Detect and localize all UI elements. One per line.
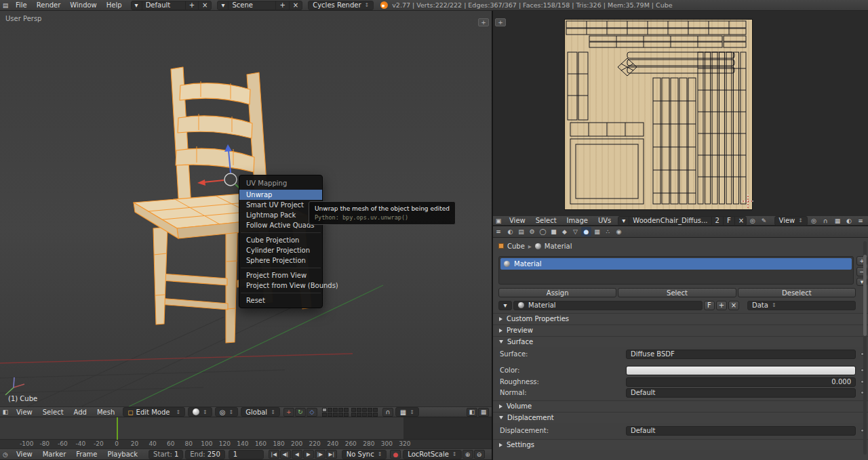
select-button[interactable]: Select: [618, 288, 736, 297]
layers-widget[interactable]: [322, 408, 349, 417]
breadcrumb-material[interactable]: Material: [545, 243, 572, 250]
3d-viewport[interactable]: User Persp (1) Cube + UV Mapping Unwrap …: [0, 11, 492, 406]
panel-custom-properties[interactable]: Custom Properties: [493, 313, 868, 324]
timeline-menu-view[interactable]: View: [12, 451, 37, 458]
tab-particles-icon[interactable]: ∴: [603, 227, 613, 236]
uv-snap-icon[interactable]: ∩: [820, 216, 831, 225]
roughness-slider[interactable]: 0.000: [626, 377, 856, 387]
uv-display-icon[interactable]: ◐: [844, 216, 854, 225]
area-corner-widget[interactable]: +: [478, 18, 489, 26]
layers-widget-2[interactable]: [351, 408, 378, 417]
data-link-dropdown[interactable]: Data: [747, 301, 856, 310]
timeline-editor[interactable]: -100-80-60-40-20020406080100120140160180…: [0, 417, 492, 460]
opengl-render-icon[interactable]: ◧: [467, 408, 477, 417]
tab-physics-icon[interactable]: ◉: [614, 227, 624, 236]
menu-item-reset[interactable]: Reset: [239, 295, 322, 306]
menu-render[interactable]: Render: [32, 1, 66, 9]
tab-material-icon[interactable]: ●: [581, 227, 591, 236]
area-corner-widget[interactable]: +: [495, 18, 506, 26]
material-slot-row[interactable]: Material: [500, 258, 852, 270]
play-reverse-button[interactable]: ◀: [292, 450, 302, 459]
panel-volume[interactable]: Volume: [493, 400, 868, 411]
material-unlink-button[interactable]: ×: [728, 301, 739, 310]
screen-browse-icon[interactable]: ▾: [132, 1, 142, 9]
tab-modifiers-icon[interactable]: ◆: [559, 227, 570, 236]
keying-set-dropdown[interactable]: LocRotScale: [403, 450, 461, 459]
assign-button[interactable]: Assign: [498, 288, 616, 297]
scrollbar-thumb[interactable]: [863, 255, 867, 336]
menu-help[interactable]: Help: [102, 1, 127, 9]
timeline-ruler[interactable]: -100-80-60-40-20020406080100120140160180…: [0, 439, 492, 448]
image-users-count[interactable]: 2: [712, 217, 724, 225]
jump-to-start-button[interactable]: |◀: [269, 450, 279, 459]
uv-options-icon[interactable]: ≡: [855, 216, 866, 225]
viewport-menu-view[interactable]: View: [12, 409, 37, 416]
scene-add-icon[interactable]: +: [276, 1, 289, 9]
menu-file[interactable]: File: [11, 1, 32, 9]
menu-item-cylinder-projection[interactable]: Cylinder Projection: [239, 245, 322, 255]
snap-element-dropdown[interactable]: ▦: [395, 407, 419, 417]
end-frame-field[interactable]: End: 250: [185, 450, 224, 459]
snap-magnet-icon[interactable]: ∩: [382, 408, 393, 417]
menu-item-cube-projection[interactable]: Cube Projection: [239, 235, 322, 245]
uv-menu-image[interactable]: Image: [562, 217, 593, 224]
render-engine-dropdown[interactable]: Cycles Render: [308, 1, 374, 10]
sync-dropdown[interactable]: No Sync: [342, 450, 387, 459]
viewport-menu-mesh[interactable]: Mesh: [92, 409, 119, 416]
menu-item-sphere-projection[interactable]: Sphere Projection: [239, 255, 322, 266]
screen-add-icon[interactable]: +: [186, 1, 199, 9]
scene-name[interactable]: Scene: [229, 1, 276, 9]
play-button[interactable]: ▶: [303, 450, 314, 459]
image-unlink-icon[interactable]: ×: [735, 217, 747, 225]
scale-manipulator-icon[interactable]: ◇: [307, 408, 317, 417]
timeline-menu-marker[interactable]: Marker: [38, 451, 71, 458]
image-fake-user-button[interactable]: F: [724, 217, 735, 225]
surface-shader-dropdown[interactable]: Diffuse BSDF: [626, 350, 856, 359]
properties-scrollbar[interactable]: [863, 241, 867, 455]
material-fake-user-button[interactable]: F: [704, 301, 715, 310]
breadcrumb-object[interactable]: Cube: [507, 243, 525, 250]
panel-preview[interactable]: Preview: [493, 325, 868, 335]
uv-menu-uvs[interactable]: UVs: [593, 217, 616, 224]
menu-item-unwrap[interactable]: Unwrap: [239, 190, 322, 200]
image-browse-icon[interactable]: ▾: [618, 217, 629, 225]
current-frame-indicator[interactable]: [117, 417, 118, 440]
insert-keyframe-button[interactable]: ⊕: [462, 450, 473, 459]
image-pin-icon[interactable]: ◎: [747, 216, 758, 225]
image-name[interactable]: WoodenChair_Diffus...: [629, 217, 711, 225]
scene-browse-icon[interactable]: ▾: [218, 1, 229, 9]
uv-mode-dropdown[interactable]: View: [774, 216, 808, 226]
uv-draw-channels-icon[interactable]: ▦: [832, 216, 843, 225]
uv-pivot-icon[interactable]: ◎: [808, 216, 819, 225]
current-frame-field[interactable]: 1: [229, 450, 264, 459]
color-swatch[interactable]: [626, 366, 856, 375]
viewport-editor-type-icon[interactable]: ◧: [0, 408, 11, 417]
uv-editor-type-icon[interactable]: ▣: [493, 216, 504, 225]
timeline-editor-type-icon[interactable]: ◷: [0, 450, 11, 459]
screen-layout-name[interactable]: Default: [142, 1, 186, 9]
viewport-menu-add[interactable]: Add: [69, 409, 92, 416]
panel-displacement[interactable]: Displacement: [493, 412, 868, 423]
material-name-field[interactable]: Material: [513, 301, 703, 310]
scene-selector[interactable]: ▾ Scene + ×: [217, 1, 302, 10]
tab-render-layers-icon[interactable]: ▤: [516, 227, 526, 236]
menu-item-project-from-view[interactable]: Project From View: [239, 270, 322, 280]
uv-menu-view[interactable]: View: [505, 217, 530, 224]
jump-to-next-keyframe-button[interactable]: |▶: [315, 450, 326, 459]
material-browse-button[interactable]: ▾: [498, 301, 512, 310]
jump-to-prev-keyframe-button[interactable]: ◀|: [280, 450, 291, 459]
properties-editor[interactable]: ≡ ◐▤⚙◯■◆▽●▦∴◉ Cube ▸ Material Material +…: [493, 226, 868, 460]
pivot-point-dropdown[interactable]: ◎: [215, 407, 238, 417]
uv-menu-select[interactable]: Select: [531, 217, 561, 224]
panel-surface[interactable]: Surface: [493, 336, 868, 347]
translate-manipulator-icon[interactable]: +: [283, 408, 294, 417]
menu-item-project-from-view-bounds[interactable]: Project from View (Bounds): [239, 280, 322, 291]
mode-dropdown[interactable]: ◻ Edit Mode: [123, 407, 185, 417]
image-datablock-selector[interactable]: ▾ WoodenChair_Diffus... 2 F ×: [618, 216, 746, 226]
panel-settings[interactable]: Settings: [493, 439, 868, 450]
screen-layout-selector[interactable]: ▾ Default + ×: [131, 1, 212, 10]
deselect-button[interactable]: Deselect: [738, 288, 856, 297]
menu-window[interactable]: Window: [65, 1, 101, 9]
info-editor-type-icon[interactable]: ▤: [0, 1, 11, 9]
record-button[interactable]: ●: [390, 450, 401, 459]
